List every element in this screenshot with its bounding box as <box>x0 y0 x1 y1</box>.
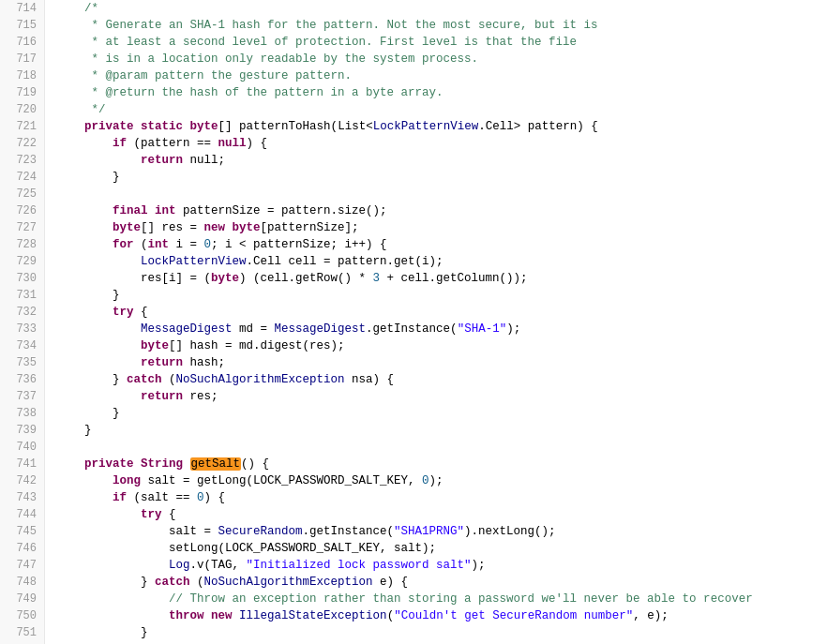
code-line: long salt = getLong(LOCK_PASSWORD_SALT_K… <box>56 472 827 489</box>
code-line: for (int i = 0; i < patternSize; i++) { <box>56 236 827 253</box>
line-number: 723 <box>8 152 37 169</box>
code-line: salt = SecureRandom.getInstance("SHA1PRN… <box>56 523 827 540</box>
code-line: byte[] hash = md.digest(res); <box>56 337 827 354</box>
token-kw: String <box>141 457 183 471</box>
token-plain <box>56 154 141 167</box>
token-class-color: Log <box>169 559 190 572</box>
token-class-color: SecureRandom <box>218 525 303 538</box>
line-number: 732 <box>8 304 37 321</box>
token-plain: , e); <box>633 609 669 622</box>
code-line: private String getSalt() { <box>56 456 827 472</box>
code-line: LockPatternView.Cell cell = pattern.get(… <box>56 253 827 270</box>
token-string: "Initialized lock password salt" <box>247 559 472 572</box>
code-line: * is in a location only readable by the … <box>56 51 827 67</box>
code-line: } catch (NoSuchAlgorithmException e) { <box>56 574 827 591</box>
token-plain: ( <box>387 609 395 622</box>
line-number: 720 <box>8 101 37 118</box>
token-plain: [] res = <box>141 221 204 234</box>
token-kw: byte <box>211 272 239 285</box>
token-num: 0 <box>204 238 212 251</box>
token-plain <box>56 221 113 234</box>
line-number: 716 <box>8 34 37 51</box>
line-number: 738 <box>8 405 37 422</box>
line-number: 727 <box>8 219 37 236</box>
code-line: Log.v(TAG, "Initialized lock password sa… <box>56 557 827 574</box>
token-kw: byte <box>190 120 218 133</box>
token-plain <box>225 221 233 234</box>
token-plain: .Cell cell = pattern.get(i); <box>247 255 444 268</box>
token-plain <box>56 120 84 133</box>
token-class-color: NoSuchAlgorithmException <box>176 373 345 386</box>
token-plain: + cell.getColumn()); <box>380 272 528 285</box>
token-plain: nsa) { <box>345 373 395 386</box>
token-plain: } <box>56 407 120 420</box>
token-plain <box>56 137 113 150</box>
token-num: 3 <box>373 272 381 285</box>
token-plain: .v(TAG, <box>190 559 247 572</box>
line-number: 751 <box>8 624 37 641</box>
token-plain: (pattern == <box>127 137 218 150</box>
token-plain <box>56 339 141 352</box>
token-class-color: LockPatternView <box>141 255 247 268</box>
line-number: 742 <box>8 472 37 489</box>
code-line: } <box>56 422 827 439</box>
token-class-color: MessageDigest <box>141 322 233 336</box>
token-plain: salt = <box>56 525 218 538</box>
code-line: * @param pattern the gesture pattern. <box>56 67 827 84</box>
token-kw: catch <box>155 576 190 589</box>
token-plain <box>56 508 141 521</box>
token-plain <box>56 204 113 217</box>
token-kw: null <box>218 137 247 150</box>
token-plain: [] hash = md.digest(res); <box>169 339 345 352</box>
line-number: 719 <box>8 84 37 101</box>
token-plain: patternSize = pattern.size(); <box>176 204 387 217</box>
line-number: 748 <box>8 574 37 591</box>
token-plain: ).nextLong(); <box>464 525 556 538</box>
code-area[interactable]: /* * Generate an SHA-1 hash for the patt… <box>45 0 827 644</box>
line-number: 718 <box>8 67 37 84</box>
token-kw: return <box>141 390 183 403</box>
token-plain <box>134 120 142 133</box>
code-line: } <box>56 287 827 304</box>
code-line: MessageDigest md = MessageDigest.getInst… <box>56 321 827 337</box>
token-plain: ( <box>190 576 204 589</box>
line-number: 746 <box>8 540 37 557</box>
token-plain <box>56 474 113 487</box>
token-plain <box>56 609 169 622</box>
token-plain: ; i < patternSize; i++) { <box>211 238 387 251</box>
code-line: try { <box>56 304 827 321</box>
code-line: /* <box>56 0 827 17</box>
line-number: 750 <box>8 607 37 624</box>
token-plain <box>56 390 141 403</box>
token-kw: try <box>141 508 162 521</box>
code-line: } <box>56 624 827 641</box>
highlighted-token: getSalt <box>190 457 242 471</box>
line-number: 741 <box>8 456 37 472</box>
token-plain: .Cell> pattern) { <box>478 120 598 133</box>
line-number: 737 <box>8 388 37 405</box>
line-number: 745 <box>8 523 37 540</box>
line-number: 734 <box>8 337 37 354</box>
token-plain: } <box>56 424 92 437</box>
code-line: * Generate an SHA-1 hash for the pattern… <box>56 17 827 34</box>
token-plain: } <box>56 289 120 302</box>
line-number: 714 <box>8 0 37 17</box>
line-number: 726 <box>8 202 37 219</box>
code-line: throw new IllegalStateException("Couldn'… <box>56 607 827 624</box>
code-line <box>56 186 827 202</box>
token-plain: salt = getLong(LOCK_PASSWORD_SALT_KEY, <box>141 474 422 487</box>
token-plain: md = <box>233 322 275 336</box>
code-line: private static byte[] patternToHash(List… <box>56 118 827 135</box>
line-number: 747 <box>8 557 37 574</box>
token-kw: if <box>113 137 127 150</box>
token-kw: try <box>113 306 134 319</box>
token-kw: int <box>155 204 176 217</box>
line-number: 735 <box>8 354 37 371</box>
token-kw: if <box>113 491 127 504</box>
code-editor: 7147157167177187197207217227237247257267… <box>0 0 827 644</box>
token-class-color: IllegalStateException <box>239 609 387 622</box>
token-kw: static <box>141 120 183 133</box>
token-plain: < <box>366 120 373 133</box>
line-number: 729 <box>8 253 37 270</box>
code-line: return res; <box>56 388 827 405</box>
